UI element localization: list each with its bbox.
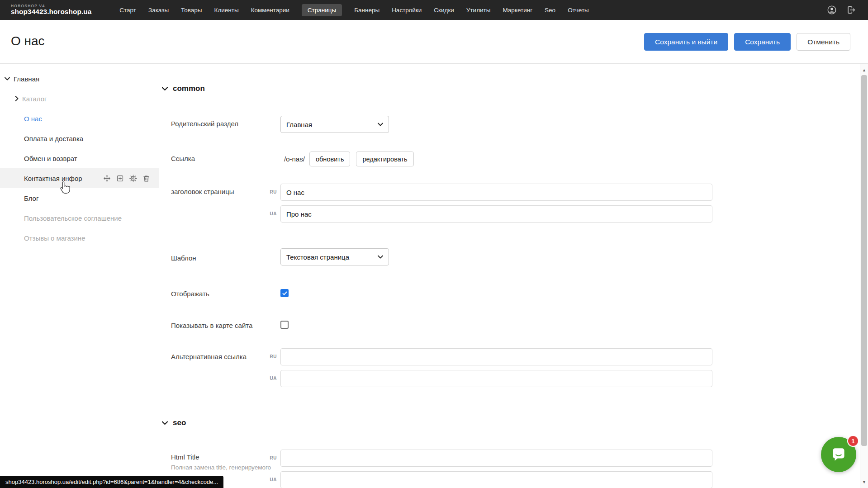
nav-item-comments[interactable]: Комментарии — [251, 7, 289, 14]
display-checkbox[interactable] — [280, 289, 289, 297]
delete-trash-icon[interactable] — [142, 175, 150, 182]
ua-lang-badge: UA — [262, 376, 277, 381]
sidebar-item-otzyvy-o-magazine[interactable]: Отзывы о магазине — [0, 228, 159, 248]
cancel-button[interactable]: Отменить — [797, 33, 850, 51]
nav-item-banners[interactable]: Баннеры — [354, 7, 379, 14]
sidebar-item-katalog[interactable]: Каталог — [0, 89, 159, 109]
nav-item-utilities[interactable]: Утилиты — [466, 7, 491, 14]
template-select[interactable]: Текстовая страница — [280, 248, 389, 265]
html-title-hint: Полная замена title, генерируемого — [171, 464, 271, 471]
nav-item-products[interactable]: Товары — [181, 7, 202, 14]
logout-icon[interactable] — [846, 5, 856, 15]
nav-item-discounts[interactable]: Скидки — [434, 7, 454, 14]
sidebar-item-label: Обмен и возврат — [24, 155, 77, 162]
alt-link-label: Альтернативная ссылка — [171, 353, 247, 360]
main-menu: Старт Заказы Товары Клиенты Комментарии … — [119, 4, 589, 16]
template-label: Шаблон — [171, 254, 196, 262]
link-buttons: обновить редактировать — [309, 152, 414, 166]
sidebar-item-label: Отзывы о магазине — [24, 234, 85, 242]
top-navbar: HOROSHOP V4 shop34423.horoshop.ua Старт … — [0, 0, 868, 20]
nav-item-clients[interactable]: Клиенты — [214, 7, 239, 14]
section-seo-header[interactable]: seo — [162, 418, 186, 427]
sidebar-item-polzovatelskoe-soglashenie[interactable]: Пользовательское соглашение — [0, 208, 159, 228]
sidebar-item-oplata-i-dostavka[interactable]: Оплата и доставка — [0, 128, 159, 148]
add-page-icon[interactable] — [116, 175, 124, 182]
chevron-right-icon[interactable] — [15, 96, 19, 101]
scrollbar-thumb[interactable] — [861, 75, 867, 446]
vertical-scrollbar[interactable]: ▲ ▼ — [860, 64, 868, 488]
link-refresh-button[interactable]: обновить — [309, 152, 350, 166]
sidebar-item-o-nas[interactable]: О нас — [0, 109, 159, 128]
chat-unread-badge: 1 — [847, 435, 859, 447]
sidebar-item-blog[interactable]: Блог — [0, 188, 159, 208]
nav-item-pages[interactable]: Страницы — [302, 4, 342, 16]
link-edit-button[interactable]: редактировать — [356, 152, 413, 166]
section-title: seo — [173, 418, 186, 427]
page-title-ru-input[interactable] — [280, 184, 712, 201]
chevron-down-icon[interactable] — [5, 77, 10, 81]
shop-logo[interactable]: HOROSHOP V4 shop34423.horoshop.ua — [11, 4, 91, 15]
nav-item-reports[interactable]: Отчеты — [568, 7, 589, 14]
chevron-down-icon — [162, 421, 168, 425]
drag-move-icon[interactable] — [103, 175, 111, 182]
sidebar-item-label: Блог — [24, 194, 38, 202]
scroll-up-arrow-icon[interactable]: ▲ — [860, 67, 868, 73]
ru-lang-badge: RU — [262, 354, 277, 359]
nav-item-orders[interactable]: Заказы — [148, 7, 169, 14]
tree-row-actions — [103, 175, 150, 182]
sidebar-item-label: Контактная инфор — [24, 175, 82, 182]
nav-item-seo[interactable]: Seo — [545, 7, 555, 14]
page-title-field-label: заголовок страницы — [171, 188, 234, 195]
sidebar-item-glavnaya[interactable]: Главная — [0, 69, 159, 89]
sidebar-item-kontaktnaya-infor[interactable]: Контактная инфор — [0, 168, 159, 188]
main-form-panel — [160, 64, 859, 488]
link-label: Ссылка — [171, 155, 195, 162]
chevron-down-icon — [378, 123, 383, 126]
account-icon[interactable] — [827, 5, 837, 15]
sidebar-item-obmen-i-vozvrat[interactable]: Обмен и возврат — [0, 148, 159, 168]
pages-tree-sidebar: Главная Каталог О нас Оплата и доставка … — [0, 64, 159, 488]
navbar-right-icons — [827, 5, 856, 15]
header-actions: Сохранить и выйти Сохранить Отменить — [644, 33, 850, 51]
parent-section-label: Родительский раздел — [171, 120, 238, 128]
parent-section-select[interactable]: Главная — [280, 116, 389, 133]
alt-link-ru-input[interactable] — [280, 348, 712, 365]
page-header: О нас Сохранить и выйти Сохранить Отмени… — [0, 20, 868, 64]
ua-lang-badge: UA — [262, 211, 277, 216]
display-label: Отображать — [171, 290, 209, 298]
ru-lang-badge: RU — [262, 455, 277, 460]
sidebar-item-label: Пользовательское соглашение — [24, 214, 122, 222]
ru-lang-badge: RU — [262, 190, 277, 194]
selected-value: Главная — [286, 121, 312, 128]
logo-domain-label: shop34423.horoshop.ua — [11, 8, 91, 15]
chevron-down-icon — [162, 87, 168, 91]
page-title: О нас — [11, 34, 45, 48]
page-title-ua-input[interactable] — [280, 205, 712, 223]
check-icon — [282, 290, 288, 296]
html-title-ua-input[interactable] — [280, 471, 712, 488]
nav-item-settings[interactable]: Настройки — [392, 7, 422, 14]
nav-item-marketing[interactable]: Маркетинг — [503, 7, 532, 14]
sidebar-item-label: Главная — [14, 75, 39, 83]
sidebar-item-label: Каталог — [22, 95, 47, 103]
nav-item-start[interactable]: Старт — [119, 7, 136, 14]
link-path-value: /o-nas/ — [284, 155, 305, 163]
sidebar-item-label: О нас — [24, 115, 42, 123]
section-title: common — [173, 84, 205, 93]
alt-link-ua-input[interactable] — [280, 370, 712, 387]
chat-bubble-icon — [829, 445, 848, 464]
save-button[interactable]: Сохранить — [734, 33, 791, 51]
html-title-ru-input[interactable] — [280, 450, 712, 467]
sitemap-checkbox[interactable] — [280, 321, 289, 329]
html-title-label: Html Title — [171, 453, 199, 461]
settings-gear-icon[interactable] — [129, 175, 137, 182]
sidebar-item-label: Оплата и доставка — [24, 135, 83, 142]
chevron-down-icon — [378, 255, 383, 259]
section-common-header[interactable]: common — [162, 84, 205, 93]
selected-value: Текстовая страница — [286, 253, 349, 261]
sitemap-label: Показывать в карте сайта — [171, 322, 252, 329]
scroll-down-arrow-icon[interactable]: ▼ — [860, 479, 868, 485]
ua-lang-badge: UA — [262, 477, 277, 482]
save-and-exit-button[interactable]: Сохранить и выйти — [644, 33, 728, 51]
link-url-statusbar: shop34423.horoshop.ua/edit/edit.php?id=6… — [0, 476, 223, 488]
